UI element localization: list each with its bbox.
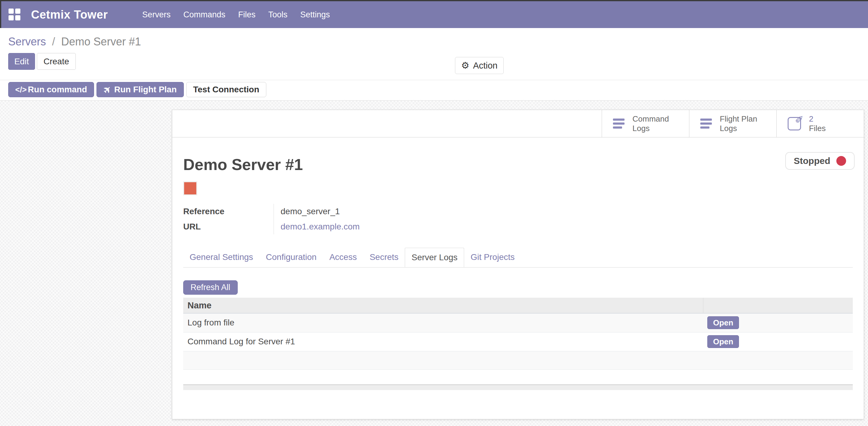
run-command-button[interactable]: </> Run command — [8, 82, 94, 97]
control-panel: Servers / Demo Server #1 Edit Create ⚙ A… — [0, 28, 868, 80]
url-label: URL — [183, 219, 274, 234]
field-group: Reference demo_server_1 URL demo1.exampl… — [183, 204, 853, 234]
top-navbar: Cetmix Tower Servers Commands Files Tool… — [0, 0, 868, 28]
menu-item-servers[interactable]: Servers — [136, 1, 177, 28]
stat-label: Flight Plan Logs — [720, 114, 766, 133]
breadcrumb-separator: / — [52, 35, 55, 48]
control-panel-buttons: Edit Create — [8, 53, 868, 70]
tab-secrets[interactable]: Secrets — [363, 248, 405, 267]
main-menu: Servers Commands Files Tools Settings — [136, 1, 336, 28]
form-statusbar: </> Run command ✈ Run Flight Plan Test C… — [0, 80, 868, 101]
tab-general-settings[interactable]: General Settings — [183, 248, 259, 267]
log-name-cell[interactable]: Log from file — [183, 313, 703, 332]
tab-git-projects[interactable]: Git Projects — [464, 248, 521, 267]
tab-server-logs[interactable]: Server Logs — [405, 248, 464, 267]
edit-square-icon: ✎ — [788, 117, 801, 131]
brand-title: Cetmix Tower — [31, 8, 108, 21]
create-button[interactable]: Create — [37, 53, 76, 70]
menu-item-tools[interactable]: Tools — [262, 1, 294, 28]
test-connection-button[interactable]: Test Connection — [186, 82, 266, 97]
action-button[interactable]: ⚙ Action — [455, 57, 504, 74]
table-empty-row — [183, 351, 853, 369]
breadcrumb-servers-link[interactable]: Servers — [8, 35, 46, 48]
column-header-action — [703, 298, 853, 313]
action-button-label: Action — [473, 61, 498, 71]
edit-button[interactable]: Edit — [8, 53, 35, 70]
files-label: Files — [809, 124, 826, 133]
server-logs-table: Name Log from file Open Command Log for … — [183, 298, 853, 370]
url-value-link[interactable]: demo1.example.com — [274, 219, 548, 234]
run-flight-plan-label: Run Flight Plan — [114, 85, 177, 94]
table-row[interactable]: Command Log for Server #1 Open — [183, 332, 853, 351]
reference-label: Reference — [183, 204, 274, 219]
card-header: Command Logs Flight Plan Logs ✎ 2 Files — [172, 110, 864, 137]
menu-item-files[interactable]: Files — [231, 1, 262, 28]
menu-item-commands[interactable]: Commands — [177, 1, 231, 28]
stat-button-command-logs[interactable]: Command Logs — [602, 110, 689, 137]
stat-label: 2 Files — [809, 114, 855, 133]
list-icon — [700, 118, 712, 129]
run-command-label: Run command — [28, 85, 87, 94]
notebook-tabs: General Settings Configuration Access Se… — [183, 248, 853, 267]
stat-label: Command Logs — [632, 114, 678, 133]
stat-button-files[interactable]: ✎ 2 Files — [776, 110, 864, 137]
tab-configuration[interactable]: Configuration — [259, 248, 323, 267]
log-name-cell[interactable]: Command Log for Server #1 — [183, 332, 703, 351]
form-sheet: Stopped Demo Server #1 Reference demo_se… — [172, 137, 864, 390]
refresh-all-button[interactable]: Refresh All — [183, 280, 238, 295]
status-badge[interactable]: Stopped — [785, 152, 855, 170]
open-log-button[interactable]: Open — [707, 316, 739, 329]
list-icon — [613, 118, 624, 129]
reference-value: demo_server_1 — [274, 204, 548, 219]
run-flight-plan-button[interactable]: ✈ Run Flight Plan — [96, 82, 184, 97]
horizontal-scrollbar[interactable] — [183, 384, 853, 390]
table-header-row: Name — [183, 298, 853, 313]
server-color-tag — [183, 181, 197, 195]
stat-button-flight-plan-logs[interactable]: Flight Plan Logs — [689, 110, 776, 137]
apps-grid-icon[interactable] — [8, 8, 21, 21]
breadcrumb-current: Demo Server #1 — [61, 35, 141, 48]
code-icon: </> — [15, 85, 27, 94]
plane-icon: ✈ — [101, 83, 114, 96]
column-header-name[interactable]: Name — [183, 298, 703, 313]
tab-access[interactable]: Access — [323, 248, 363, 267]
breadcrumb: Servers / Demo Server #1 — [8, 35, 868, 48]
files-count: 2 — [809, 114, 813, 123]
page-title: Demo Server #1 — [183, 156, 853, 173]
menu-item-settings[interactable]: Settings — [294, 1, 336, 28]
content-background: Command Logs Flight Plan Logs ✎ 2 Files … — [0, 101, 868, 426]
open-log-button[interactable]: Open — [707, 335, 739, 348]
status-stopped-dot — [836, 156, 846, 166]
gear-icon: ⚙ — [461, 61, 469, 70]
table-row[interactable]: Log from file Open — [183, 313, 853, 332]
status-label: Stopped — [794, 156, 830, 166]
server-form-card: Command Logs Flight Plan Logs ✎ 2 Files … — [172, 110, 864, 419]
